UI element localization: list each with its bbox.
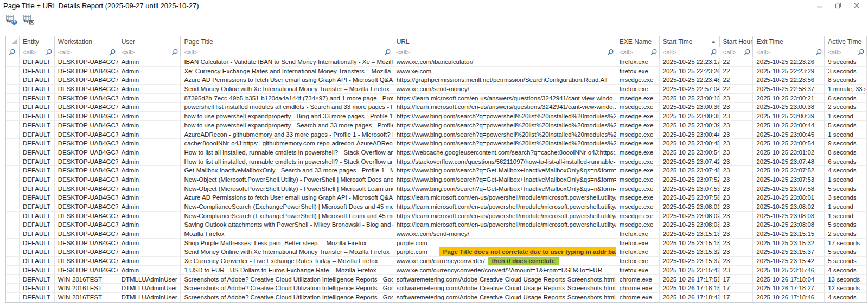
cell-workstation[interactable]: DESKTOP-UAB4GC7	[55, 266, 118, 275]
cell-page_title[interactable]: Saving Outlook attachments with PowerShe…	[181, 220, 393, 229]
cell-exit_time[interactable]: 2025-10-25 23:15:37	[753, 247, 825, 257]
cell-exit_time[interactable]: 2025-10-26 17:18:46	[753, 293, 825, 302]
cell-exe[interactable]: firefox.exe	[616, 57, 660, 67]
select-all-corner[interactable]	[6, 36, 20, 47]
cell-workstation[interactable]: DESKTOP-UAB4GC7	[55, 85, 118, 94]
cell-entity[interactable]: DEFAULT	[20, 94, 55, 103]
filter-value[interactable]: <all>	[397, 49, 410, 55]
row-indicator-cell[interactable]	[6, 75, 20, 85]
row-indicator-cell[interactable]	[6, 130, 20, 139]
cell-page_title[interactable]: Azure AD Permissions to fetch User email…	[181, 75, 393, 85]
cell-exe[interactable]: firefox.exe	[616, 67, 660, 76]
cell-active_time[interactable]: 4 seconds	[825, 293, 867, 302]
cell-url[interactable]: softwaremetering.com/Adobe-Creative-Clou…	[393, 275, 616, 284]
cell-entity[interactable]: DEFAULT	[20, 275, 55, 284]
cell-start_time[interactable]: 2025-10-25 23:15:37	[660, 257, 720, 266]
cell-page_title[interactable]: Screenshots of Adobe? Creative Cloud Uti…	[181, 284, 393, 293]
cell-start_time[interactable]: 2025-10-25 23:00:15	[660, 94, 720, 103]
cell-exit_time[interactable]: 2025-10-25 23:15:32	[753, 239, 825, 248]
table-row[interactable]: DEFAULTDESKTOP-UAB4GC7AdminNew-Complianc…	[6, 202, 867, 212]
cell-exit_time[interactable]: 2025-10-25 23:08:03	[753, 212, 825, 221]
cell-start_hour[interactable]: 23	[720, 266, 754, 275]
filter-cell-page_title[interactable]: <all>	[181, 47, 393, 57]
cell-url[interactable]: softwaremetering.com/Adobe-Creative-Clou…	[393, 293, 616, 302]
row-indicator-cell[interactable]	[6, 184, 20, 194]
cell-active_time[interactable]: 4 seconds	[825, 266, 867, 275]
cell-user[interactable]: Admin	[118, 67, 181, 76]
table-row[interactable]: DEFAULTDESKTOP-UAB4GC7AdminAzureADRecon …	[6, 130, 867, 139]
close-button[interactable]	[853, 2, 860, 9]
cell-start_hour[interactable]: 23	[720, 148, 754, 157]
cell-start_time[interactable]: 2025-10-25 23:15:13	[660, 229, 720, 239]
cell-page_title[interactable]: 1 USD to EUR - US Dollars to Euros Excha…	[181, 266, 393, 275]
cell-start_hour[interactable]: 23	[720, 212, 754, 221]
cell-page_title[interactable]: Send Money Online with Xe International …	[181, 247, 393, 257]
cell-url[interactable]: www.xe.com/ibancalculator/	[393, 57, 616, 67]
cell-exit_time[interactable]: 2025-10-25 22:23:56	[753, 75, 825, 85]
search-icon[interactable]	[384, 49, 391, 56]
column-header-start_hour[interactable]: Start Hour	[720, 36, 754, 47]
cell-workstation[interactable]: WIN-2016TEST	[55, 293, 118, 302]
row-indicator-cell[interactable]	[6, 293, 20, 302]
cell-page_title[interactable]: Azure AD Permissions to fetch User email…	[181, 193, 393, 202]
table-row[interactable]: DEFAULTWIN-2016TESTDTMLLUAdminUserScreen…	[6, 284, 867, 293]
cell-user[interactable]: Admin	[118, 157, 181, 167]
search-icon[interactable]	[710, 49, 717, 56]
table-row[interactable]: DEFAULTDESKTOP-UAB4GC7AdminSend Money On…	[6, 247, 867, 257]
table-row[interactable]: DEFAULTDESKTOP-UAB4GC7AdminSaving Outloo…	[6, 220, 867, 229]
cell-workstation[interactable]: DESKTOP-UAB4GC7	[55, 139, 118, 148]
cell-workstation[interactable]: DESKTOP-UAB4GC7	[55, 175, 118, 184]
cell-user[interactable]: Admin	[118, 130, 181, 139]
cell-start_hour[interactable]: 23	[720, 193, 754, 202]
cell-exit_time[interactable]: 2025-10-25 23:15:15	[753, 229, 825, 239]
table-row[interactable]: DEFAULTDESKTOP-UAB4GC7AdminNew-Object (M…	[6, 184, 867, 194]
cell-url[interactable]: https://learn.microsoft.com/en-us/answer…	[393, 94, 616, 103]
cell-active_time[interactable]: 17 seconds	[825, 239, 867, 248]
cell-url[interactable]: https://learn.microsoft.com/en-us/answer…	[393, 103, 616, 112]
column-header-exe[interactable]: EXE Name	[616, 36, 660, 47]
filter-value[interactable]: <all>	[122, 49, 135, 55]
cell-entity[interactable]: DEFAULT	[20, 293, 55, 302]
column-header-workstation[interactable]: Workstation	[55, 36, 118, 47]
cell-url[interactable]: https://www.bing.com/search?q=powershell…	[393, 121, 616, 130]
cell-start_time[interactable]: 2025-10-25 23:00:45	[660, 139, 720, 148]
cell-workstation[interactable]: DESKTOP-UAB4GC7	[55, 157, 118, 167]
cell-active_time[interactable]: 2 seconds	[825, 103, 867, 112]
cell-user[interactable]: Admin	[118, 103, 181, 112]
cell-start_hour[interactable]: 23	[720, 94, 754, 103]
cell-workstation[interactable]: DESKTOP-UAB4GC7	[55, 229, 118, 239]
cell-start_hour[interactable]: 23	[720, 103, 754, 112]
table-row[interactable]: DEFAULTDESKTOP-UAB4GC7AdminXe Currency C…	[6, 257, 867, 266]
cell-exit_time[interactable]: 2025-10-25 23:07:58	[753, 184, 825, 194]
cell-page_title[interactable]: AzureADRecon - githubmemory and 33 more …	[181, 130, 393, 139]
table-row[interactable]: DEFAULTDESKTOP-UAB4GC7Admincache:8oooINN…	[6, 139, 867, 148]
cell-url[interactable]: https://learn.microsoft.com/en-us/powers…	[393, 202, 616, 212]
cell-start_time[interactable]: 2025-10-25 23:00:44	[660, 130, 720, 139]
cell-url[interactable]: softwaremetering.com/Adobe-Creative-Clou…	[393, 284, 616, 293]
table-row[interactable]: DEFAULTDESKTOP-UAB4GC7AdminHow to list a…	[6, 148, 867, 157]
search-icon[interactable]	[815, 49, 822, 56]
cell-entity[interactable]: DEFAULT	[20, 130, 55, 139]
cell-workstation[interactable]: DESKTOP-UAB4GC7	[55, 148, 118, 157]
row-indicator-cell[interactable]	[6, 247, 20, 257]
export-grid-to-html-button[interactable]	[4, 13, 18, 26]
cell-active_time[interactable]: 1 second	[825, 130, 867, 139]
column-header-start_time[interactable]: Start Time	[660, 36, 720, 47]
filter-cell-start_hour[interactable]: <all>	[719, 47, 753, 57]
cell-active_time[interactable]: 4 seconds	[825, 166, 867, 175]
cell-user[interactable]: Admin	[118, 175, 181, 184]
cell-exit_time[interactable]: 2025-10-26 17:18:04	[753, 275, 825, 284]
filter-cell-entity[interactable]: <all>	[20, 47, 55, 57]
cell-entity[interactable]: DEFAULT	[20, 148, 55, 157]
search-icon[interactable]	[171, 49, 178, 56]
cell-start_time[interactable]: 2025-10-25 23:15:32	[660, 247, 720, 257]
row-indicator-cell[interactable]	[6, 202, 20, 212]
cell-url[interactable]: www.xe.com/currencyconverter/convert/?Am…	[393, 266, 616, 275]
cell-start_hour[interactable]: 23	[720, 130, 754, 139]
cell-workstation[interactable]: DESKTOP-UAB4GC7	[55, 247, 118, 257]
row-indicator-cell[interactable]	[6, 121, 20, 130]
cell-start_time[interactable]: 2025-10-25 22:57:04	[660, 85, 720, 94]
cell-exe[interactable]: msedge.exe	[616, 184, 660, 194]
cell-workstation[interactable]: DESKTOP-UAB4GC7	[55, 193, 118, 202]
search-icon[interactable]	[744, 49, 751, 56]
